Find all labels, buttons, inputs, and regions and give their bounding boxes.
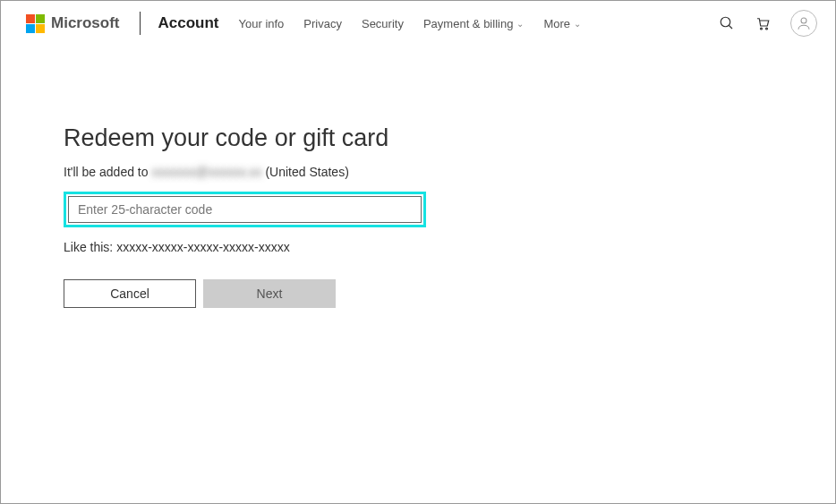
header-right bbox=[719, 10, 817, 37]
subtitle-suffix: (United States) bbox=[262, 165, 349, 179]
header-divider bbox=[140, 12, 141, 35]
nav-payment-label: Payment & billing bbox=[423, 17, 513, 30]
nav-payment[interactable]: Payment & billing ⌄ bbox=[423, 17, 524, 30]
header: Microsoft Account Your info Privacy Secu… bbox=[1, 1, 835, 46]
nav-security[interactable]: Security bbox=[362, 17, 404, 30]
svg-point-3 bbox=[766, 28, 768, 30]
nav-more-label: More bbox=[543, 17, 570, 30]
svg-point-2 bbox=[761, 28, 763, 30]
svg-line-1 bbox=[729, 25, 732, 29]
cart-icon[interactable] bbox=[755, 15, 771, 31]
subtitle: It'll be added to xxxxxxx@xxxxxx.xx (Uni… bbox=[64, 165, 835, 179]
button-row: Cancel Next bbox=[64, 279, 835, 308]
nav-your-info[interactable]: Your info bbox=[239, 17, 285, 30]
page-title: Redeem your code or gift card bbox=[64, 124, 835, 152]
nav-heading[interactable]: Account bbox=[158, 14, 219, 32]
nav: Account Your info Privacy Security Payme… bbox=[158, 14, 582, 32]
subtitle-prefix: It'll be added to bbox=[64, 165, 151, 179]
account-email: xxxxxxx@xxxxxx.xx bbox=[151, 165, 261, 179]
nav-more[interactable]: More ⌄ bbox=[543, 17, 581, 30]
search-icon[interactable] bbox=[719, 15, 735, 31]
next-button[interactable]: Next bbox=[203, 279, 336, 308]
svg-point-4 bbox=[801, 18, 806, 23]
cancel-button[interactable]: Cancel bbox=[64, 279, 196, 308]
chevron-down-icon: ⌄ bbox=[516, 19, 524, 29]
hint-text: Like this: xxxxx-xxxxx-xxxxx-xxxxx-xxxxx bbox=[64, 240, 835, 254]
chevron-down-icon: ⌄ bbox=[574, 19, 581, 29]
main-content: Redeem your code or gift card It'll be a… bbox=[1, 46, 835, 308]
microsoft-logo-icon bbox=[26, 14, 45, 33]
code-input-highlight bbox=[64, 192, 426, 227]
microsoft-logo[interactable]: Microsoft bbox=[26, 14, 120, 33]
nav-privacy[interactable]: Privacy bbox=[303, 17, 342, 30]
microsoft-logo-text: Microsoft bbox=[51, 14, 120, 32]
avatar[interactable] bbox=[790, 10, 817, 37]
code-input[interactable] bbox=[68, 196, 422, 223]
svg-point-0 bbox=[721, 17, 730, 27]
